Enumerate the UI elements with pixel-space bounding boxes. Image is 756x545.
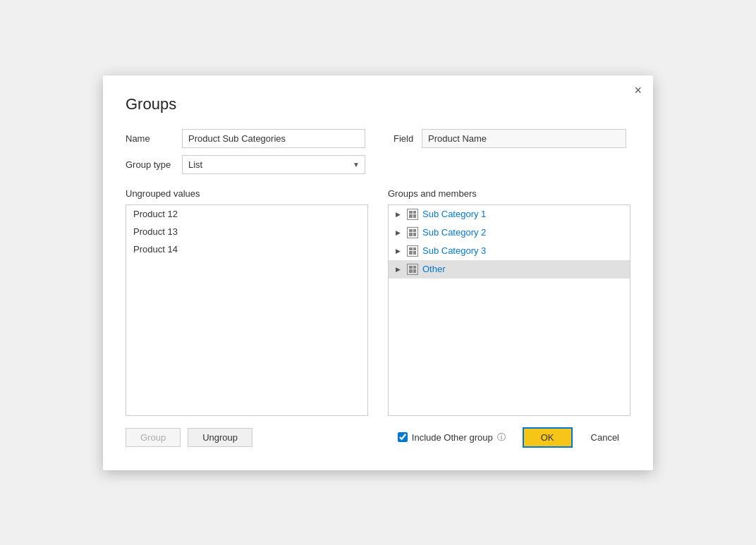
field-value: Product Name — [422, 129, 626, 148]
expand-icon: ▶ — [396, 211, 403, 218]
group-icon — [407, 264, 418, 275]
group-icon — [407, 245, 418, 257]
list-item[interactable]: Product 12 — [126, 205, 367, 223]
include-other-text: Include Other group — [412, 432, 493, 443]
tree-item-label: Other — [422, 264, 446, 274]
field-section: Field Product Name — [394, 129, 626, 148]
group-type-select[interactable]: List Bin — [182, 155, 365, 174]
groups-listbox[interactable]: ▶ Sub Category 1 ▶ Sub Category 2 — [388, 204, 630, 416]
group-type-select-wrapper: List Bin ▼ — [182, 155, 365, 174]
tree-item-subcategory2[interactable]: ▶ Sub Category 2 — [389, 223, 630, 242]
groups-panel: Groups and members ▶ Sub Category 1 ▶ — [388, 188, 630, 416]
group-type-row: Group type List Bin ▼ — [126, 155, 630, 174]
dialog-title: Groups — [126, 95, 630, 114]
info-icon: ⓘ — [497, 431, 506, 443]
include-other-label[interactable]: Include Other group ⓘ — [398, 431, 506, 443]
cancel-button[interactable]: Cancel — [580, 429, 630, 446]
group-icon — [407, 227, 418, 238]
left-buttons: Group Ungroup — [126, 428, 252, 447]
ok-button[interactable]: OK — [523, 427, 573, 448]
group-button[interactable]: Group — [126, 428, 181, 447]
include-other-checkbox[interactable] — [398, 432, 408, 442]
list-item[interactable]: Product 13 — [126, 223, 367, 240]
ungrouped-panel: Ungrouped values Product 12 Product 13 P… — [126, 188, 368, 416]
tree-item-label: Sub Category 1 — [422, 209, 486, 219]
field-label: Field — [394, 133, 422, 144]
group-type-label: Group type — [126, 159, 182, 170]
ungrouped-title: Ungrouped values — [126, 188, 368, 199]
expand-icon: ▶ — [396, 247, 403, 255]
name-row: Name Field Product Name — [126, 129, 630, 148]
tree-item-other[interactable]: ▶ Other — [389, 260, 630, 278]
name-label: Name — [126, 133, 182, 144]
tree-item-label: Sub Category 2 — [422, 227, 486, 238]
groups-title: Groups and members — [388, 188, 630, 199]
close-button[interactable]: × — [634, 84, 642, 97]
expand-icon: ▶ — [396, 229, 403, 236]
name-input[interactable] — [182, 129, 365, 148]
list-item[interactable]: Product 14 — [126, 240, 367, 258]
groups-dialog: × Groups Name Field Product Name Group t… — [103, 75, 653, 470]
tree-item-subcategory1[interactable]: ▶ Sub Category 1 — [389, 205, 630, 223]
footer-row: Group Ungroup Include Other group ⓘ OK C… — [126, 427, 630, 448]
tree-item-label: Sub Category 3 — [422, 245, 486, 256]
group-icon — [407, 209, 418, 220]
right-section: Include Other group ⓘ OK Cancel — [398, 427, 630, 448]
tree-item-subcategory3[interactable]: ▶ Sub Category 3 — [389, 242, 630, 260]
panels-row: Ungrouped values Product 12 Product 13 P… — [126, 188, 630, 416]
ungroup-button[interactable]: Ungroup — [188, 428, 252, 447]
action-buttons: OK Cancel — [523, 427, 630, 448]
expand-icon: ▶ — [396, 266, 403, 273]
ungrouped-listbox[interactable]: Product 12 Product 13 Product 14 — [126, 204, 368, 416]
